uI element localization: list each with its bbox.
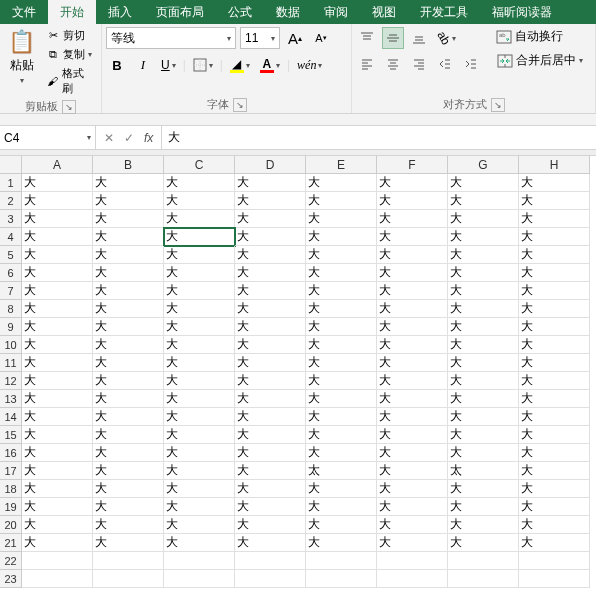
cell[interactable]: 大 [377,534,448,552]
row-header[interactable]: 8 [0,300,22,318]
row-header[interactable]: 1 [0,174,22,192]
cell[interactable]: 大 [93,192,164,210]
cell[interactable]: 大 [306,354,377,372]
cell[interactable]: 大 [164,426,235,444]
cell[interactable]: 大 [519,174,590,192]
cell[interactable] [22,552,93,570]
tab-file[interactable]: 文件 [0,0,48,24]
cell[interactable]: 大 [164,444,235,462]
cell[interactable] [235,552,306,570]
tab-view[interactable]: 视图 [360,0,408,24]
cell[interactable]: 大 [22,264,93,282]
cell[interactable]: 大 [377,228,448,246]
column-header[interactable]: F [377,156,448,174]
cell[interactable]: 大 [519,282,590,300]
row-header[interactable]: 23 [0,570,22,588]
font-name-select[interactable]: 等线 ▾ [106,27,236,49]
cell[interactable]: 大 [93,318,164,336]
cell[interactable]: 大 [235,426,306,444]
cell[interactable]: 大 [306,336,377,354]
cell[interactable]: 大 [306,174,377,192]
cell[interactable]: 大 [22,480,93,498]
column-header[interactable]: G [448,156,519,174]
column-header[interactable]: H [519,156,590,174]
cell[interactable]: 大 [22,498,93,516]
cell[interactable]: 大 [22,372,93,390]
cell[interactable]: 大 [306,246,377,264]
row-header[interactable]: 9 [0,318,22,336]
cell[interactable]: 大 [448,372,519,390]
cell[interactable]: 大 [93,300,164,318]
cell[interactable]: 大 [22,534,93,552]
cell[interactable]: 大 [22,210,93,228]
merge-center-button[interactable]: 合并后居中 ▾ [492,50,588,71]
cell[interactable]: 大 [377,192,448,210]
cell[interactable]: 大 [93,498,164,516]
cell[interactable]: 大 [93,354,164,372]
cell[interactable]: 大 [235,246,306,264]
row-header[interactable]: 17 [0,462,22,480]
row-header[interactable]: 14 [0,408,22,426]
cell[interactable]: 大 [22,462,93,480]
cell[interactable]: 大 [235,480,306,498]
cell[interactable]: 大 [306,516,377,534]
cell[interactable]: 大 [377,246,448,264]
column-header[interactable]: A [22,156,93,174]
cell[interactable]: 大 [235,228,306,246]
cell[interactable]: 大 [22,246,93,264]
cell[interactable]: 大 [93,282,164,300]
cell[interactable] [164,570,235,588]
decrease-font-size-button[interactable]: A▾ [310,27,332,49]
cell[interactable]: 大 [22,354,93,372]
wrap-text-button[interactable]: ab 自动换行 [492,27,588,46]
cell[interactable]: 大 [306,444,377,462]
cell[interactable]: 大 [22,282,93,300]
tab-page-layout[interactable]: 页面布局 [144,0,216,24]
increase-indent-button[interactable] [460,53,482,75]
cell[interactable]: 大 [519,300,590,318]
cell[interactable]: 大 [22,228,93,246]
font-dialog-launcher[interactable]: ↘ [233,98,247,112]
cell[interactable]: 大 [93,534,164,552]
tab-developer[interactable]: 开发工具 [408,0,480,24]
cell[interactable]: 大 [93,228,164,246]
formula-enter-button[interactable]: ✓ [124,131,134,145]
cell[interactable]: 大 [377,354,448,372]
cell[interactable]: 大 [519,426,590,444]
tab-insert[interactable]: 插入 [96,0,144,24]
cell[interactable]: 大 [519,390,590,408]
orientation-button[interactable]: ab▾ [434,27,459,49]
row-header[interactable]: 13 [0,390,22,408]
name-box[interactable]: C4 ▾ [0,126,96,149]
cell[interactable]: 大 [306,192,377,210]
cell[interactable]: 大 [377,390,448,408]
tab-data[interactable]: 数据 [264,0,312,24]
cell[interactable]: 大 [235,534,306,552]
cell[interactable]: 大 [519,516,590,534]
cell[interactable]: 大 [448,516,519,534]
align-center-button[interactable] [382,53,404,75]
cell[interactable]: 大 [448,498,519,516]
cell[interactable]: 大 [519,210,590,228]
cell[interactable]: 大 [164,534,235,552]
cell[interactable]: 大 [22,408,93,426]
cell[interactable]: 大 [448,192,519,210]
cell[interactable]: 大 [519,354,590,372]
cell[interactable]: 大 [93,246,164,264]
cell[interactable]: 大 [519,318,590,336]
cell[interactable]: 大 [519,498,590,516]
cell[interactable]: 大 [93,390,164,408]
formula-cancel-button[interactable]: ✕ [104,131,114,145]
cell[interactable]: 大 [93,462,164,480]
cell[interactable]: 大 [377,174,448,192]
cell[interactable]: 大 [164,174,235,192]
row-header[interactable]: 5 [0,246,22,264]
row-header[interactable]: 6 [0,264,22,282]
cell[interactable] [448,552,519,570]
cell[interactable]: 大 [164,408,235,426]
cell[interactable]: 大 [306,408,377,426]
cell[interactable]: 大 [377,300,448,318]
cell[interactable]: 大 [448,264,519,282]
row-header[interactable]: 20 [0,516,22,534]
cell[interactable]: 大 [164,354,235,372]
